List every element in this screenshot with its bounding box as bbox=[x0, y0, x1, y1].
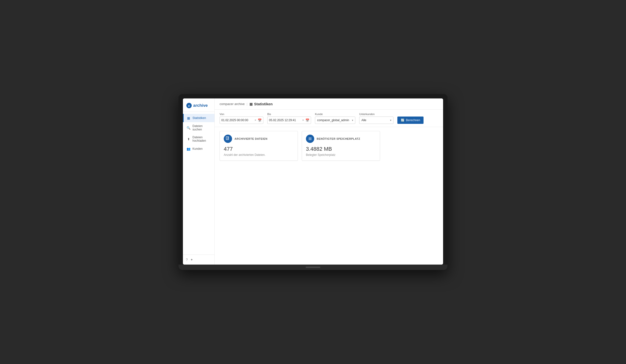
unterkunden-select[interactable]: Alle bbox=[359, 117, 393, 124]
sidebar-item-label: Kunden bbox=[193, 147, 202, 150]
sidebar-item-label: Dateien suchen bbox=[193, 124, 211, 131]
pin-icon[interactable]: ✦ bbox=[190, 258, 193, 262]
von-calendar-icon[interactable]: 📅 bbox=[258, 119, 262, 122]
card-archived-title: ARCHIVIERTE DATEIEN bbox=[235, 137, 268, 140]
help-icon[interactable]: ? bbox=[186, 258, 188, 262]
logo-text: archive bbox=[193, 103, 208, 108]
kunde-select-wrap: compacer_global_admin bbox=[315, 117, 355, 124]
berechnen-button[interactable]: 🔄 Berechnen bbox=[397, 117, 424, 124]
filter-von-group: Von × 📅 bbox=[220, 113, 263, 124]
sidebar: archive ▦ Statistiken 🔍 Dateien suchen bbox=[183, 99, 215, 265]
archived-files-icon bbox=[224, 134, 232, 143]
berechnen-icon: 🔄 bbox=[401, 119, 404, 122]
cards-area: ARCHIVIERTE DATEIEN 477 Anzahl der archi… bbox=[215, 127, 443, 165]
kunde-select[interactable]: compacer_global_admin bbox=[315, 117, 355, 124]
kunde-label: Kunde bbox=[315, 113, 355, 116]
card-archived-header: ARCHIVIERTE DATEIEN bbox=[224, 134, 294, 143]
page-header: compacer archive | ▦ Statistiken bbox=[215, 99, 443, 110]
filter-bis-group: Bis × 📅 bbox=[267, 113, 311, 124]
breadcrumb: compacer archive bbox=[220, 102, 245, 106]
card-archived-files: ARCHIVIERTE DATEIEN 477 Anzahl der archi… bbox=[220, 131, 298, 161]
sidebar-nav: ▦ Statistiken 🔍 Dateien suchen ⬆ Dateien… bbox=[183, 112, 214, 255]
von-input-wrap: × 📅 bbox=[220, 117, 263, 124]
breadcrumb-separator: | bbox=[247, 102, 247, 106]
search-icon: 🔍 bbox=[187, 126, 191, 130]
sidebar-item-statistiken[interactable]: ▦ Statistiken bbox=[183, 114, 214, 122]
unterkunden-select-wrap: Alle bbox=[359, 117, 393, 124]
logo-icon bbox=[186, 103, 192, 108]
page-title-icon: ▦ bbox=[249, 102, 253, 106]
sidebar-item-kunden[interactable]: 👥 Kunden bbox=[183, 145, 214, 153]
page-title-text: Statistiken bbox=[254, 102, 273, 106]
upload-icon: ⬆ bbox=[187, 137, 191, 141]
storage-space-icon bbox=[306, 134, 314, 143]
statistics-icon: ▦ bbox=[187, 116, 191, 120]
sidebar-item-label: Dateien hochladen bbox=[193, 135, 211, 142]
card-archived-desc: Anzahl der archivierten Dateien. bbox=[224, 153, 294, 157]
sidebar-item-dateien-hochladen[interactable]: ⬆ Dateien hochladen bbox=[183, 133, 214, 145]
bis-input[interactable] bbox=[269, 119, 301, 122]
unterkunden-label: Unterkunden bbox=[359, 113, 393, 116]
von-clear-button[interactable]: × bbox=[254, 119, 257, 122]
card-storage-title: BENÖTIGTER SPEICHERPLATZ bbox=[317, 137, 360, 140]
card-storage-space: BENÖTIGTER SPEICHERPLATZ 3.4882 MB Beleg… bbox=[302, 131, 380, 161]
card-storage-value: 3.4882 MB bbox=[306, 146, 376, 152]
sidebar-item-dateien-suchen[interactable]: 🔍 Dateien suchen bbox=[183, 122, 214, 133]
sidebar-logo: archive bbox=[183, 99, 214, 112]
filter-bar: Von × 📅 Bis × 📅 bbox=[215, 110, 443, 127]
bis-input-wrap: × 📅 bbox=[267, 117, 311, 124]
sidebar-item-label: Statistiken bbox=[193, 116, 206, 120]
page-title: ▦ Statistiken bbox=[249, 102, 273, 106]
von-label: Von bbox=[220, 113, 263, 116]
sidebar-bottom: ? ✦ bbox=[183, 255, 214, 265]
card-storage-header: BENÖTIGTER SPEICHERPLATZ bbox=[306, 134, 376, 143]
bis-calendar-icon[interactable]: 📅 bbox=[305, 119, 309, 122]
berechnen-label: Berechnen bbox=[406, 119, 420, 122]
card-archived-value: 477 bbox=[224, 146, 294, 152]
bis-clear-button[interactable]: × bbox=[302, 119, 305, 122]
customers-icon: 👥 bbox=[187, 147, 191, 151]
filter-kunde-group: Kunde compacer_global_admin bbox=[315, 113, 355, 124]
card-storage-desc: Belegter Speicherplatz bbox=[306, 153, 376, 157]
von-input[interactable] bbox=[221, 119, 253, 122]
bis-label: Bis bbox=[267, 113, 311, 116]
filter-unterkunden-group: Unterkunden Alle bbox=[359, 113, 393, 124]
main-content: compacer archive | ▦ Statistiken Von × bbox=[215, 99, 443, 265]
